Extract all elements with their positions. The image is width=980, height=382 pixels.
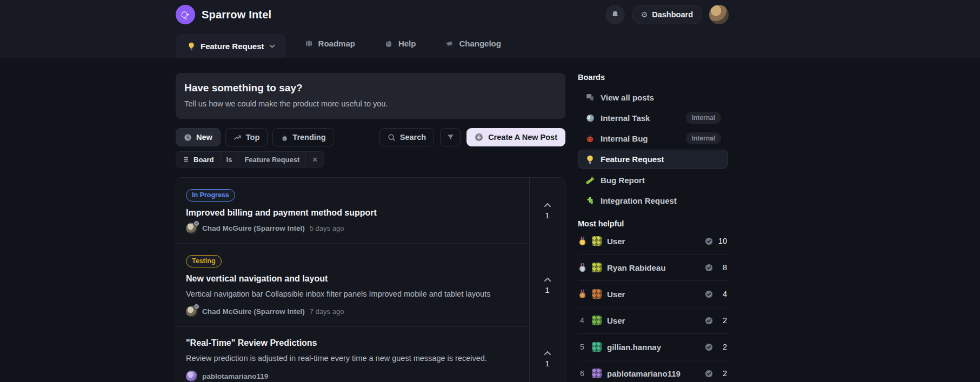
vote-cell: 1 bbox=[529, 327, 565, 382]
search-button[interactable]: Search bbox=[379, 128, 434, 146]
create-post-button[interactable]: Create A New Post bbox=[466, 128, 565, 146]
author-avatar: ✓ bbox=[186, 223, 197, 234]
avatar bbox=[592, 316, 602, 325]
helpful-count: 4 bbox=[717, 290, 727, 298]
silver-medal-icon bbox=[578, 263, 586, 272]
check-circle-icon bbox=[705, 237, 713, 245]
tab-roadmap[interactable]: Roadmap bbox=[294, 29, 366, 58]
sidebar-item-internal-bug[interactable]: Internal Bug Internal bbox=[578, 128, 728, 149]
tab-feature-request[interactable]: Feature Request bbox=[176, 34, 286, 58]
helpful-user-name: User bbox=[607, 316, 625, 325]
post-title[interactable]: Improved billing and payment method supp… bbox=[186, 208, 519, 218]
filter-button[interactable] bbox=[440, 128, 461, 146]
posts-list: In Progress Improved billing and payment… bbox=[176, 177, 565, 382]
verified-check-icon: ✓ bbox=[194, 220, 199, 226]
sidebar: Boards View all posts Internal bbox=[578, 73, 728, 382]
helpful-row: 5 gillian.hannay 2 bbox=[578, 334, 728, 360]
post-title[interactable]: New vertical navigation and layout bbox=[186, 274, 519, 284]
sort-new-button[interactable]: New bbox=[176, 128, 221, 146]
dashboard-button[interactable]: ⚙ Dashboard bbox=[632, 5, 702, 24]
tab-changelog[interactable]: Changelog bbox=[434, 29, 512, 58]
sidebar-item-bug-report[interactable]: Bug Report bbox=[578, 170, 728, 190]
intro-banner: Have something to say? Tell us how we co… bbox=[176, 73, 565, 119]
notifications-button[interactable] bbox=[605, 5, 625, 24]
avatar bbox=[592, 368, 602, 378]
flame-icon bbox=[281, 133, 288, 142]
lady-beetle-icon bbox=[585, 133, 595, 143]
post-meta: ✓ Chad McGuire (Sparrow Intel) 5 days ag… bbox=[186, 223, 519, 234]
speech-balloon-icon bbox=[585, 92, 595, 102]
active-filters: Board Is Feature Request ✕ bbox=[176, 151, 565, 167]
avatar bbox=[592, 236, 602, 246]
create-post-label: Create A New Post bbox=[488, 133, 557, 142]
sidebar-item-feature-request[interactable]: Feature Request bbox=[578, 150, 728, 169]
vote-cell: 1 bbox=[529, 244, 565, 327]
helpful-count-group: 8 bbox=[705, 263, 728, 272]
sidebar-item-internal-task[interactable]: Internal Task Internal bbox=[578, 108, 728, 128]
sidebar-item-integration-request[interactable]: Integration Request bbox=[578, 190, 728, 211]
vote-count: 1 bbox=[545, 211, 549, 220]
upvote-button[interactable] bbox=[543, 276, 552, 283]
helpful-row: User 4 bbox=[578, 281, 728, 307]
author-avatar bbox=[186, 371, 197, 382]
filter-field-label: Board bbox=[194, 156, 214, 164]
status-badge: In Progress bbox=[186, 189, 235, 202]
post-row[interactable]: In Progress Improved billing and payment… bbox=[176, 178, 529, 244]
author-name: pablotamariano119 bbox=[202, 372, 268, 380]
internal-badge: Internal bbox=[686, 132, 721, 144]
search-icon bbox=[388, 133, 396, 142]
post-row[interactable]: Testing New vertical navigation and layo… bbox=[176, 244, 529, 327]
filter-operator-label: Is bbox=[226, 156, 232, 164]
upvote-button[interactable] bbox=[543, 350, 552, 357]
close-icon: ✕ bbox=[312, 156, 318, 164]
author-avatar: ✓ bbox=[186, 306, 197, 317]
author-name: Chad McGuire (Sparrow Intel) bbox=[202, 224, 305, 232]
funnel-icon bbox=[446, 133, 455, 142]
toolbar-right: Search Create bbox=[379, 128, 565, 146]
tab-help[interactable]: Help bbox=[374, 29, 427, 58]
app-title: Sparrow Intel bbox=[202, 9, 271, 21]
hand-icon bbox=[384, 39, 394, 48]
sort-top-button[interactable]: Top bbox=[225, 128, 268, 146]
post-meta: ✓ Chad McGuire (Sparrow Intel) 7 days ag… bbox=[186, 306, 519, 317]
vote-count: 1 bbox=[545, 359, 549, 368]
filter-chip[interactable]: Board Is Feature Request ✕ bbox=[176, 151, 324, 167]
helpful-count-group: 4 bbox=[705, 290, 728, 298]
banner-subtitle: Tell us how we could make the product mo… bbox=[184, 99, 557, 108]
filter-chip-field[interactable]: Board bbox=[176, 152, 220, 167]
chevron-down-icon bbox=[269, 44, 275, 48]
post-row[interactable]: "Real-Time" Review Predictions Review pr… bbox=[176, 327, 529, 382]
filter-chip-value[interactable]: Feature Request bbox=[238, 152, 305, 167]
check-circle-icon bbox=[705, 290, 713, 298]
post-title[interactable]: "Real-Time" Review Predictions bbox=[186, 338, 519, 348]
tab-label: Feature Request bbox=[201, 42, 264, 51]
vote-cell: 1 bbox=[529, 178, 565, 244]
dove-icon bbox=[585, 113, 595, 123]
status-badge: Testing bbox=[186, 255, 222, 267]
megaphone-icon bbox=[445, 39, 454, 48]
filter-chip-operator[interactable]: Is bbox=[220, 152, 238, 167]
tab-label: Changelog bbox=[459, 39, 501, 48]
filter-chip-remove[interactable]: ✕ bbox=[305, 152, 324, 167]
sort-trending-button[interactable]: Trending bbox=[272, 128, 334, 146]
check-circle-icon bbox=[705, 370, 713, 378]
helpful-count-group: 2 bbox=[705, 343, 728, 351]
rank-number: 5 bbox=[578, 343, 586, 351]
roadmap-icon bbox=[304, 39, 314, 48]
board-label: Internal Bug bbox=[601, 134, 648, 143]
upvote-button[interactable] bbox=[543, 202, 552, 209]
vote-count: 1 bbox=[545, 285, 549, 294]
check-circle-icon bbox=[705, 343, 713, 351]
helpful-count-group: 2 bbox=[705, 316, 728, 325]
internal-badge: Internal bbox=[686, 112, 721, 124]
sort-label: New bbox=[196, 133, 212, 142]
post-description: Vertical navigation bar Collapsible inbo… bbox=[186, 289, 519, 299]
helpful-row: 6 pablotamariano119 2 bbox=[578, 360, 728, 382]
bronze-medal-icon bbox=[578, 290, 586, 299]
helpful-count: 8 bbox=[717, 263, 727, 272]
user-avatar[interactable] bbox=[709, 5, 729, 24]
sidebar-item-view-all-posts[interactable]: View all posts bbox=[578, 87, 728, 108]
board-tabs: Feature Request Roadmap bbox=[176, 29, 980, 58]
avatar bbox=[592, 263, 602, 272]
tab-label: Roadmap bbox=[318, 39, 355, 48]
